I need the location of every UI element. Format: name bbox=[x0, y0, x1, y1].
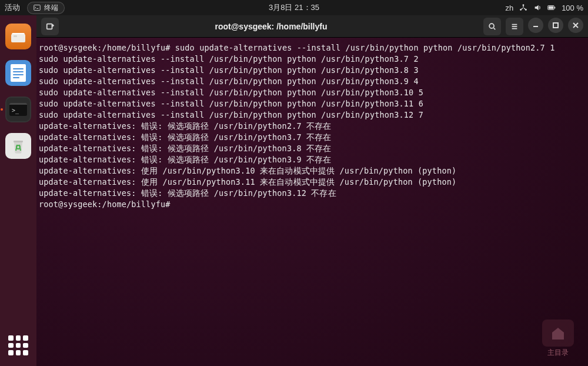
current-app-label: 终端 bbox=[44, 3, 58, 13]
search-icon bbox=[488, 22, 496, 31]
close-button[interactable] bbox=[568, 18, 583, 33]
volume-icon[interactable] bbox=[533, 4, 542, 12]
terminal-output[interactable]: root@sysgeek:/home/billyfu# sudo update-… bbox=[36, 38, 588, 366]
gnome-topbar: 活动 终端 3月8日 21：35 zh 100 % bbox=[0, 0, 588, 15]
svg-rect-5 bbox=[554, 7, 555, 9]
battery-icon[interactable] bbox=[547, 4, 556, 12]
search-button[interactable] bbox=[483, 18, 501, 35]
maximize-button[interactable] bbox=[548, 18, 563, 33]
svg-rect-8 bbox=[11, 34, 25, 42]
new-tab-button[interactable] bbox=[41, 18, 59, 35]
terminal-icon bbox=[34, 4, 41, 11]
terminal-icon: >_ bbox=[9, 103, 27, 116]
battery-percent: 100 % bbox=[562, 4, 583, 12]
trash-icon bbox=[11, 138, 25, 154]
terminal-window: root@sysgeek: /home/billyfu root@sysgeek… bbox=[36, 15, 588, 366]
current-app-indicator[interactable]: 终端 bbox=[27, 2, 65, 14]
clock[interactable]: 3月8日 21：35 bbox=[269, 2, 319, 13]
activities-button[interactable]: 活动 bbox=[5, 2, 20, 13]
svg-rect-9 bbox=[14, 35, 17, 37]
maximize-icon bbox=[552, 22, 559, 29]
new-tab-icon bbox=[46, 22, 54, 31]
svg-rect-6 bbox=[549, 6, 553, 9]
document-icon bbox=[11, 64, 26, 82]
desktop-home-label: 主目录 bbox=[542, 348, 574, 358]
window-title: root@sysgeek: /home/billyfu bbox=[64, 22, 479, 31]
svg-rect-0 bbox=[34, 5, 41, 11]
files-icon bbox=[10, 29, 26, 44]
svg-rect-14 bbox=[553, 23, 558, 28]
svg-rect-12 bbox=[47, 24, 52, 29]
close-icon bbox=[572, 22, 579, 29]
titlebar: root@sysgeek: /home/billyfu bbox=[36, 15, 588, 38]
minimize-icon bbox=[532, 22, 539, 29]
network-icon[interactable] bbox=[519, 4, 527, 12]
dock-trash[interactable] bbox=[5, 133, 31, 159]
home-icon bbox=[542, 320, 574, 347]
dock: >_ bbox=[0, 15, 36, 366]
minimize-button[interactable] bbox=[528, 18, 543, 33]
svg-rect-10 bbox=[14, 141, 23, 142]
dock-libreoffice-writer[interactable] bbox=[5, 60, 31, 86]
dock-files[interactable] bbox=[5, 24, 31, 49]
input-method-indicator[interactable]: zh bbox=[505, 4, 513, 12]
svg-point-13 bbox=[489, 24, 494, 28]
dock-terminal[interactable]: >_ bbox=[5, 97, 31, 122]
hamburger-menu[interactable] bbox=[506, 18, 523, 35]
show-applications[interactable] bbox=[8, 335, 28, 355]
menu-icon bbox=[510, 22, 519, 31]
desktop-home-folder[interactable]: 主目录 bbox=[542, 320, 574, 358]
